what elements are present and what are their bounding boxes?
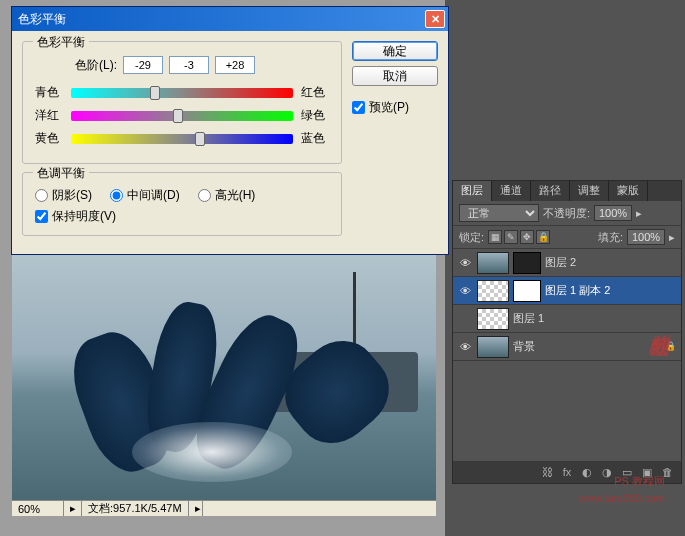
- lock-position-icon[interactable]: ✥: [520, 230, 534, 244]
- cancel-button[interactable]: 取消: [352, 66, 438, 86]
- group-title: 色调平衡: [33, 165, 89, 182]
- opacity-value[interactable]: 100%: [594, 205, 632, 221]
- close-icon: ✕: [431, 13, 440, 26]
- water-splash: [132, 422, 292, 482]
- layer-row[interactable]: 👁 图层 1 副本 2: [453, 277, 681, 305]
- visibility-icon[interactable]: 👁: [457, 283, 473, 299]
- fx-icon[interactable]: fx: [559, 464, 575, 480]
- status-bar: 60% ▸ 文档:957.1K/5.47M ▸: [12, 500, 436, 516]
- tab-masks[interactable]: 蒙版: [609, 181, 648, 201]
- layer-row[interactable]: 👁 图层 2: [453, 249, 681, 277]
- visibility-icon[interactable]: 👁: [457, 339, 473, 355]
- highlights-radio[interactable]: 高光(H): [198, 187, 256, 204]
- preserve-luminosity-checkbox[interactable]: 保持明度(V): [35, 208, 329, 225]
- checkbox-input[interactable]: [352, 101, 365, 114]
- group-title: 色彩平衡: [33, 34, 89, 51]
- lock-icon: 🔒: [665, 341, 677, 353]
- radio-label: 中间调(D): [127, 187, 180, 204]
- ok-button[interactable]: 确定: [352, 41, 438, 61]
- close-button[interactable]: ✕: [425, 10, 445, 28]
- canvas-image[interactable]: [12, 232, 436, 502]
- lock-label: 锁定:: [459, 230, 484, 245]
- canvas-area: 60% ▸ 文档:957.1K/5.47M ▸: [12, 232, 436, 516]
- layer-row[interactable]: 👁 背景 🔒: [453, 333, 681, 361]
- right-dock: 图层 通道 路径 调整 蒙版 正常 不透明度: 100% ▸ 锁定: ▦ ✎ ✥…: [445, 0, 685, 536]
- level-cyan-red-input[interactable]: [123, 56, 163, 74]
- panel-tabs: 图层 通道 路径 调整 蒙版: [453, 181, 681, 201]
- opacity-label: 不透明度:: [543, 206, 590, 221]
- level-yellow-blue-input[interactable]: [215, 56, 255, 74]
- color-balance-dialog: 色彩平衡 ✕ 色彩平衡 色阶(L): 青色 红色: [11, 6, 449, 255]
- level-magenta-green-input[interactable]: [169, 56, 209, 74]
- layer-row[interactable]: 图层 1: [453, 305, 681, 333]
- magenta-green-slider[interactable]: [71, 111, 293, 121]
- yellow-blue-slider[interactable]: [71, 134, 293, 144]
- checkbox-input[interactable]: [35, 210, 48, 223]
- radio-input[interactable]: [35, 189, 48, 202]
- slider-thumb[interactable]: [195, 132, 205, 146]
- watermark-credit: PS 教程网 www.tata580.com: [578, 473, 665, 506]
- visibility-icon[interactable]: 👁: [457, 255, 473, 271]
- visibility-icon[interactable]: [457, 311, 473, 327]
- magenta-label: 洋红: [35, 107, 63, 124]
- lock-all-icon[interactable]: 🔒: [536, 230, 550, 244]
- radio-label: 阴影(S): [52, 187, 92, 204]
- doc-size: 文档:957.1K/5.47M: [82, 501, 189, 516]
- opacity-arrow-icon[interactable]: ▸: [636, 207, 642, 220]
- layers-panel: 图层 通道 路径 调整 蒙版 正常 不透明度: 100% ▸ 锁定: ▦ ✎ ✥…: [452, 180, 682, 484]
- blend-mode-select[interactable]: 正常: [459, 204, 539, 222]
- layer-thumb[interactable]: [477, 308, 509, 330]
- midtones-radio[interactable]: 中间调(D): [110, 187, 180, 204]
- layer-name: 图层 2: [545, 255, 677, 270]
- shadows-radio[interactable]: 阴影(S): [35, 187, 92, 204]
- fill-arrow-icon[interactable]: ▸: [669, 231, 675, 244]
- color-balance-group: 色彩平衡 色阶(L): 青色 红色 洋红: [22, 41, 342, 164]
- cyan-label: 青色: [35, 84, 63, 101]
- layer-mask[interactable]: [513, 252, 541, 274]
- lock-transparent-icon[interactable]: ▦: [488, 230, 502, 244]
- dialog-title: 色彩平衡: [18, 11, 425, 28]
- level-label: 色阶(L):: [75, 57, 117, 74]
- yellow-label: 黄色: [35, 130, 63, 147]
- tab-adjustments[interactable]: 调整: [570, 181, 609, 201]
- layer-thumb[interactable]: [477, 280, 509, 302]
- zoom-arrow-icon[interactable]: ▸: [64, 501, 82, 516]
- slider-thumb[interactable]: [173, 109, 183, 123]
- fill-value[interactable]: 100%: [627, 229, 665, 245]
- radio-input[interactable]: [110, 189, 123, 202]
- lock-pixels-icon[interactable]: ✎: [504, 230, 518, 244]
- tab-paths[interactable]: 路径: [531, 181, 570, 201]
- radio-input[interactable]: [198, 189, 211, 202]
- green-label: 绿色: [301, 107, 329, 124]
- lock-icons: ▦ ✎ ✥ 🔒: [488, 230, 550, 244]
- checkbox-label: 保持明度(V): [52, 208, 116, 225]
- checkbox-label: 预览(P): [369, 99, 409, 116]
- radio-label: 高光(H): [215, 187, 256, 204]
- preview-checkbox[interactable]: 预览(P): [352, 99, 438, 116]
- layer-thumb[interactable]: [477, 336, 509, 358]
- layer-mask[interactable]: [513, 280, 541, 302]
- doc-arrow-icon[interactable]: ▸: [189, 501, 203, 516]
- cyan-red-slider[interactable]: [71, 88, 293, 98]
- layer-name: 图层 1 副本 2: [545, 283, 677, 298]
- layer-name: 图层 1: [513, 311, 677, 326]
- zoom-level[interactable]: 60%: [12, 501, 64, 516]
- layer-name: 背景: [513, 339, 661, 354]
- fill-label: 填充:: [598, 230, 623, 245]
- blue-label: 蓝色: [301, 130, 329, 147]
- titlebar[interactable]: 色彩平衡 ✕: [12, 7, 448, 31]
- link-icon[interactable]: ⛓: [539, 464, 555, 480]
- layer-thumb[interactable]: [477, 252, 509, 274]
- slider-thumb[interactable]: [150, 86, 160, 100]
- tone-balance-group: 色调平衡 阴影(S) 中间调(D) 高光(H): [22, 172, 342, 236]
- red-label: 红色: [301, 84, 329, 101]
- tab-channels[interactable]: 通道: [492, 181, 531, 201]
- tab-layers[interactable]: 图层: [453, 181, 492, 201]
- layer-list: 👁 图层 2 👁 图层 1 副本 2 图层 1 👁 背景 🔒: [453, 249, 681, 461]
